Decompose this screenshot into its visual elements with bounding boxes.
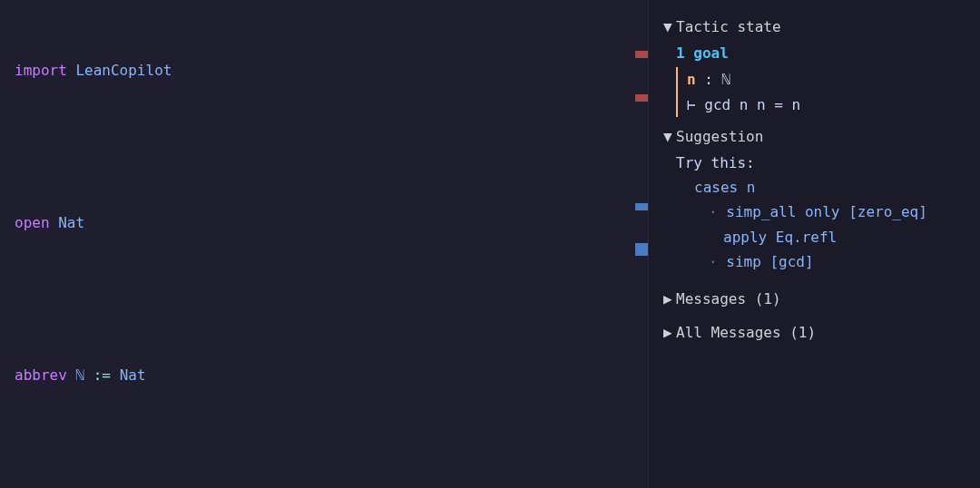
chevron-down-icon: ▼	[663, 15, 674, 39]
section-label: Suggestion	[676, 128, 763, 145]
scroll-mark-error[interactable]	[635, 94, 648, 102]
hypothesis-line: n : ℕ	[687, 67, 965, 92]
section-suggestion[interactable]: ▼Suggestion	[663, 124, 965, 149]
code-line[interactable]: import LeanCopilot	[15, 58, 621, 83]
code-line-empty[interactable]	[15, 134, 621, 160]
keyword-abbrev: abbrev	[15, 366, 67, 384]
hypothesis-block: n : ℕ ⊢ gcd n n = n	[676, 67, 965, 116]
suggestion-text: simp_all only [zero_eq]	[726, 203, 927, 220]
keyword-open: open	[15, 214, 50, 231]
section-label: Messages (1)	[676, 290, 781, 307]
code-line[interactable]: open Nat	[15, 210, 621, 236]
try-this-label: Try this:	[676, 151, 965, 175]
code-line[interactable]: abbrev ℕ := Nat	[15, 363, 621, 388]
scroll-mark-info[interactable]	[635, 203, 648, 210]
editor-scrollbar[interactable]	[635, 0, 648, 488]
code-line-empty[interactable]	[15, 439, 621, 464]
goal-count-word: goal	[693, 44, 729, 62]
chevron-down-icon: ▼	[663, 124, 674, 149]
section-messages[interactable]: ▶Messages (1)	[663, 287, 965, 311]
scroll-mark-error[interactable]	[635, 51, 648, 58]
assign-op: :=	[93, 366, 111, 384]
goal-count-number: 1	[676, 44, 685, 62]
suggestion-subline[interactable]: · simp_all only [zero_eq]	[676, 200, 965, 224]
turnstile-icon: ⊢	[687, 96, 696, 113]
abbrev-name: ℕ	[75, 366, 84, 384]
suggestion-line[interactable]: cases n	[676, 175, 965, 200]
goal-line: ⊢ gcd n n = n	[687, 93, 965, 117]
code-line-empty[interactable]	[15, 287, 621, 312]
editor-pane[interactable]: import LeanCopilot open Nat abbrev ℕ := …	[0, 0, 635, 488]
abbrev-value: Nat	[120, 366, 146, 384]
chevron-right-icon: ▶	[663, 320, 674, 345]
suggestion-body: Try this: cases n · simp_all only [zero_…	[676, 151, 965, 274]
keyword-import: import	[15, 62, 67, 79]
chevron-right-icon: ▶	[663, 287, 674, 311]
info-pane[interactable]: ▼Tactic state 1 goal n : ℕ ⊢ gcd n n = n…	[648, 0, 980, 488]
section-tactic-state[interactable]: ▼Tactic state	[663, 15, 965, 39]
section-label: Tactic state	[676, 18, 781, 35]
suggestion-text: simp [gcd]	[726, 253, 813, 270]
section-label: All Messages (1)	[676, 324, 816, 341]
suggestion-subline[interactable]: apply Eq.refl	[676, 225, 965, 249]
scroll-mark-info[interactable]	[635, 243, 648, 256]
section-all-messages[interactable]: ▶All Messages (1)	[663, 320, 965, 345]
hypothesis-type: ℕ	[722, 71, 731, 88]
module-name: LeanCopilot	[75, 62, 172, 79]
hypothesis-colon: :	[696, 71, 722, 88]
module-name: Nat	[58, 214, 84, 231]
goal-expression: gcd n n = n	[704, 96, 800, 113]
hypothesis-name: n	[687, 71, 696, 88]
goal-count: 1 goal	[676, 41, 965, 65]
bullet-dot-icon: ·	[709, 253, 726, 270]
bullet-dot-icon: ·	[709, 203, 726, 220]
suggestion-subline[interactable]: · simp [gcd]	[676, 249, 965, 274]
